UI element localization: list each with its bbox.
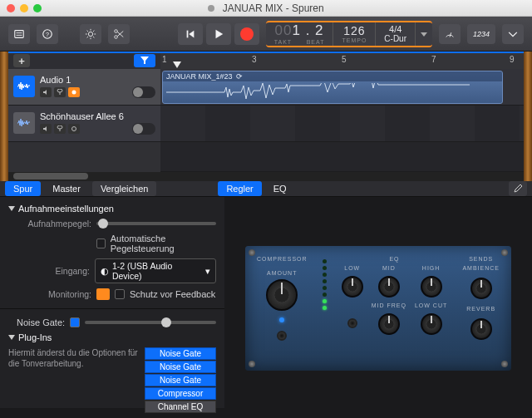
count-in-button[interactable]: 1234 [467,24,495,44]
svg-marker-23 [509,32,518,37]
track-name: Schönhauser Allee 6 [40,111,155,121]
eq-mid-knob[interactable] [378,276,400,298]
add-track-button[interactable]: + [13,54,30,67]
track-lane[interactable] [160,106,524,142]
record-icon [240,27,254,41]
eq-lowcut-knob[interactable] [421,313,442,335]
input-select[interactable]: ◐ 1-2 (USB Audio Device) ▾ [95,258,216,283]
monitoring-toggle[interactable] [96,288,110,300]
plugin-slot[interactable]: Noise Gate [145,374,216,386]
tab-controls[interactable]: Regler [218,181,261,196]
rack-screw [501,249,508,256]
lcd-timesig: 4/4 [389,24,401,34]
tab-eq[interactable]: EQ [265,181,295,196]
track-type-audio-icon [13,112,35,134]
scissors-button[interactable] [108,24,130,44]
smart-controls-view: COMPRESSOR AMOUNT EQ LOW MID HIGH [224,197,532,418]
track-name: Audio 1 [40,75,155,85]
track-headers: Audio 1 Schönhauser Allee 6 [8,69,160,172]
eq-high-knob[interactable] [421,276,442,298]
plugin-slot[interactable]: Noise Gate [145,347,216,360]
reverb-send-knob[interactable] [470,318,492,340]
lcd-tempo: 126 [343,24,365,37]
tab-compare[interactable]: Vergleichen [92,181,157,196]
compressor-amount-knob[interactable] [266,279,298,311]
tab-track[interactable]: Spur [5,181,41,196]
window-title-text: JANUAR MIX - Spuren [223,2,324,14]
tab-master[interactable]: Master [44,181,89,196]
track-header[interactable]: Schönhauser Allee 6 [8,106,160,142]
track-header[interactable]: Audio 1 [8,69,160,106]
svg-line-16 [117,32,123,37]
eq-low-knob[interactable] [342,276,363,298]
transport-controls [178,23,259,45]
mute-button[interactable] [40,87,52,97]
section-plugins[interactable]: Plug-Ins [8,332,216,342]
horizontal-scrollbar[interactable] [8,172,524,181]
wood-side-left [0,52,8,181]
audio-region[interactable]: JANUAR MIX_1#23 ⟳ [162,71,503,104]
record-enable-button[interactable] [68,124,80,134]
input-label: Eingang: [8,266,90,276]
track-inspector: Aufnahmeeinstellungen Aufnahmepegel: Aut… [0,197,224,418]
more-tools-button[interactable] [502,24,524,44]
auto-level-label: Automatische Pegelsteuerung [111,234,216,253]
compressor-section: COMPRESSOR AMOUNT [257,256,308,364]
controls-rack: COMPRESSOR AMOUNT EQ LOW MID HIGH [245,246,511,371]
svg-point-14 [115,35,118,38]
lcd-key: C-Dur [384,34,406,43]
play-button[interactable] [206,23,231,45]
solo-button[interactable] [54,124,66,134]
library-button[interactable] [8,24,30,44]
ruler-tick: 9 [510,55,515,64]
mute-button[interactable] [40,124,52,134]
plugin-slot[interactable]: Noise Gate [145,361,216,373]
eq-midfreq-knob[interactable] [378,313,400,335]
record-level-slider[interactable] [96,222,216,225]
svg-line-17 [117,31,123,36]
disclosure-triangle-icon [8,335,15,340]
timeline-ruler[interactable]: 1 3 5 7 9 [160,53,524,69]
svg-marker-19 [189,30,194,37]
eq-section: EQ LOW MID HIGH MID FREQ LOW CUT [342,256,448,364]
arrange-area[interactable]: JANUAR MIX_1#23 ⟳ [160,69,524,172]
region-name: JANUAR MIX_1#23 [166,72,233,81]
track-enable-toggle[interactable] [132,86,155,98]
lcd-display[interactable]: 001 . 2 TAKT BEAT 126 TEMPO 4/4 C-Dur [266,21,432,47]
input-channel-icon: ◐ [101,266,109,276]
meter-leds [323,259,327,364]
edit-layout-button[interactable] [509,181,527,196]
svg-line-11 [93,37,94,37]
playhead[interactable] [173,61,181,68]
record-button[interactable] [234,23,259,45]
display-settings-button[interactable] [80,24,101,44]
svg-marker-20 [215,29,223,38]
noise-gate-checkbox[interactable] [70,317,80,327]
plugin-slot[interactable]: Channel EQ [145,401,216,413]
track-enable-toggle[interactable] [132,123,155,135]
go-to-start-button[interactable] [178,23,203,45]
track-filter-button[interactable] [134,54,155,67]
record-enable-button[interactable] [68,87,80,97]
arrange-workspace: + 1 3 5 7 9 Audio 1 [0,52,532,181]
solo-button[interactable] [54,87,66,97]
smart-controls-tabs: Spur Master Vergleichen Regler EQ [0,181,532,197]
chevron-down-icon[interactable] [421,31,427,37]
track-lane[interactable]: JANUAR MIX_1#23 ⟳ [160,69,524,106]
ruler-tick: 1 [162,55,167,64]
wood-side-right [524,52,532,181]
plugin-slots: Noise Gate Noise Gate Noise Gate Compres… [145,347,216,413]
ambience-send-knob[interactable] [470,278,492,299]
rack-screw [249,249,255,256]
plugin-slot[interactable]: Compressor [145,387,216,400]
scrollbar-thumb[interactable] [13,173,88,179]
auto-level-checkbox[interactable] [96,239,106,248]
noise-gate-slider[interactable] [85,321,216,324]
tuner-button[interactable] [439,24,461,44]
feedback-protect-checkbox[interactable] [115,289,125,299]
jack-icon [347,318,357,328]
rack-screw [501,361,508,367]
section-recording-settings[interactable]: Aufnahmeeinstellungen [8,204,216,214]
svg-rect-1 [17,32,22,33]
help-button[interactable]: ? [37,24,58,44]
